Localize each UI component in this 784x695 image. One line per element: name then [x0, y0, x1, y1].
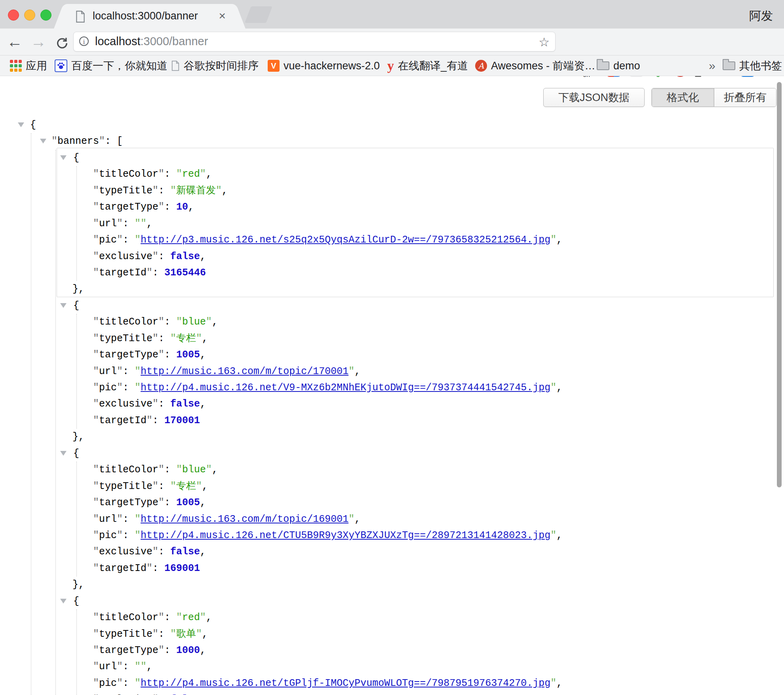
download-json-button[interactable]: 下载JSON数据 [543, 88, 645, 107]
json-token: : [152, 415, 164, 426]
quote: " [93, 678, 99, 689]
quote: " [93, 218, 99, 229]
json-token: : [123, 382, 135, 393]
json-token: : [164, 612, 176, 623]
folder-icon [597, 61, 609, 70]
json-value: 169001 [164, 563, 200, 574]
bookmark-item-google-sort[interactable]: 谷歌按时间排序 [171, 55, 259, 76]
back-icon[interactable]: ← [6, 32, 24, 51]
json-link-url[interactable]: http://p4.music.126.net/V9-MXz6b2MNhEKju… [141, 382, 550, 393]
bookmark-item-apps[interactable]: 应用 [10, 55, 47, 76]
json-token: , [200, 645, 206, 656]
address-url[interactable]: localhost:3000/banner [95, 35, 208, 48]
json-token: , [556, 530, 562, 541]
json-token: : [158, 398, 170, 410]
quote: " [93, 514, 99, 525]
json-line: }, [0, 429, 784, 445]
json-line: "titleColor": "blue", [0, 462, 784, 478]
quote: " [170, 185, 176, 197]
quote: " [206, 316, 212, 328]
quote: " [176, 612, 182, 623]
quote: " [158, 645, 164, 656]
json-line: "pic": "http://p4.music.126.net/V9-MXz6b… [0, 380, 784, 396]
json-link-url[interactable]: http://p4.music.126.net/tGPljf-IMOCyPvum… [141, 678, 550, 689]
browser-tab[interactable]: localhost:3000/banner × [64, 4, 235, 29]
json-value: red [182, 168, 200, 180]
address-bar[interactable]: i localhost:3000/banner ☆ [73, 32, 556, 52]
new-tab-button[interactable] [245, 6, 272, 23]
json-line: "url": "http://music.163.com/m/topic/170… [0, 363, 784, 380]
collapse-all-button[interactable]: 折叠所有 [714, 88, 776, 107]
other-bookmarks[interactable]: 其他书签 [723, 55, 782, 76]
tab-close-icon[interactable]: × [219, 9, 226, 23]
bookmark-item-youdao[interactable]: y 在线翻译_有道 [387, 55, 468, 76]
json-link-url[interactable]: http://music.163.com/m/topic/169001 [141, 514, 348, 525]
json-link-url[interactable]: http://p4.music.126.net/CTU5B9R9y3XyYBZX… [141, 530, 550, 541]
json-token: : [164, 497, 176, 508]
profile-name[interactable]: 阿发 [749, 8, 773, 24]
collapse-toggle-icon[interactable] [40, 139, 46, 143]
quote: " [158, 349, 164, 361]
json-line: "typeTitle": "专栏", [0, 330, 784, 347]
bookmark-star-icon[interactable]: ☆ [539, 35, 550, 50]
window-zoom-button[interactable] [40, 10, 51, 21]
quote: " [117, 234, 123, 246]
json-line: }, [0, 577, 784, 593]
json-key: exclusive [99, 251, 152, 262]
json-token: , [556, 678, 562, 689]
json-value: false [170, 546, 200, 558]
quote: " [93, 628, 99, 640]
forward-icon[interactable]: → [29, 32, 48, 51]
browser-toolbar: ← → i localhost:3000/banner ☆ V 英 en F E [0, 29, 784, 55]
json-value: 1005 [176, 497, 200, 508]
collapse-toggle-icon[interactable] [18, 122, 24, 127]
window-close-button[interactable] [8, 10, 19, 21]
bookmark-item-vue-hackernews[interactable]: V vue-hackernews-2.0 [268, 55, 380, 76]
folder-icon [723, 61, 735, 70]
bookmark-item-awesomes[interactable]: A Awesomes - 前端资… [475, 55, 596, 76]
quote: " [200, 168, 206, 180]
json-line: "targetType": 1000, [0, 642, 784, 659]
bookmark-item-baidu[interactable]: 百度一下，你就知道 [55, 55, 167, 76]
json-key: targetType [99, 349, 158, 361]
scrollbar-thumb[interactable] [777, 82, 782, 487]
json-key: exclusive [99, 546, 152, 558]
bookmark-label: Awesomes - 前端资… [491, 59, 596, 73]
quote: " [158, 316, 164, 328]
window-minimize-button[interactable] [24, 10, 35, 21]
quote: " [147, 267, 152, 279]
page-info-icon[interactable]: i [79, 36, 89, 46]
json-token: : [123, 366, 135, 377]
json-line: "targetType": 1005, [0, 495, 784, 511]
quote: " [93, 251, 99, 262]
json-key: typeTitle [99, 481, 152, 492]
quote: " [550, 234, 556, 246]
collapse-toggle-icon[interactable] [60, 303, 67, 308]
json-value: red [182, 612, 200, 623]
reload-icon[interactable] [53, 35, 71, 53]
json-value: false [170, 398, 200, 410]
quote: " [93, 366, 99, 377]
bookmarks-bar: 应用 百度一下，你就知道 谷歌按时间排序 V vue-hackernews-2.… [0, 55, 784, 76]
json-key: titleColor [99, 612, 158, 623]
quote: " [216, 185, 222, 197]
json-token: [ [117, 136, 123, 147]
bookmark-label: demo [613, 60, 640, 72]
quote: " [93, 530, 99, 541]
collapse-toggle-icon[interactable] [60, 451, 67, 456]
json-link-url[interactable]: http://p3.music.126.net/s25q2x5QyqsAzilC… [141, 234, 550, 246]
collapse-toggle-icon[interactable] [60, 599, 67, 603]
quote: " [93, 349, 99, 361]
bookmarks-overflow-chevron[interactable]: » [709, 55, 715, 76]
quote: " [206, 464, 212, 475]
quote: " [170, 481, 176, 492]
collapse-toggle-icon[interactable] [60, 155, 67, 160]
quote: " [93, 563, 99, 574]
bookmark-label: vue-hackernews-2.0 [284, 60, 380, 72]
quote: " [135, 661, 141, 672]
format-button[interactable]: 格式化 [652, 88, 714, 107]
json-line: "typeTitle": "专栏", [0, 478, 784, 495]
quote: " [141, 218, 147, 229]
json-link-url[interactable]: http://music.163.com/m/topic/170001 [141, 366, 348, 377]
bookmark-item-demo[interactable]: demo [597, 55, 640, 76]
